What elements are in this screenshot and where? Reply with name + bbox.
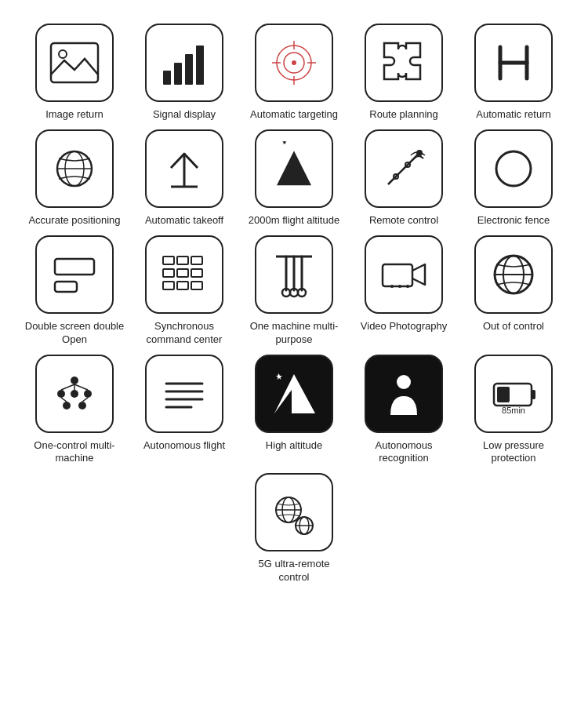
svg-rect-36 [191, 269, 202, 277]
item-electronic-fence: Electronic fence [463, 129, 564, 227]
icon-remote-control [365, 129, 443, 208]
label-remote-control: Remote control [369, 214, 438, 227]
svg-point-8 [292, 60, 296, 65]
label-autonomous-flight: Autonomous flight [143, 439, 225, 453]
svg-point-48 [390, 285, 394, 288]
features-grid: Image return Signal display [24, 24, 564, 465]
icon-autonomous-recognition [365, 355, 443, 433]
svg-rect-37 [163, 282, 174, 289]
item-route-planning: Route planning [353, 24, 455, 122]
label-signal-display: Signal display [153, 108, 216, 122]
item-automatic-takeoff: Automatic takeoff [133, 129, 235, 227]
item-video-photography: Video Photography [353, 235, 455, 347]
label-electronic-fence: Electronic fence [477, 214, 550, 227]
last-row: 5G ultra-remote control [243, 473, 345, 584]
icon-low-pressure: 85min [474, 355, 553, 433]
icon-one-control-multi [35, 355, 114, 433]
label-automatic-targeting: Automatic targeting [250, 108, 338, 122]
svg-rect-34 [163, 269, 174, 277]
item-double-screen: Double screen double Open [24, 235, 125, 347]
label-double-screen: Double screen double Open [24, 320, 125, 347]
label-image-return: Image return [45, 108, 103, 122]
svg-rect-2 [163, 71, 171, 85]
svg-rect-4 [185, 54, 193, 85]
label-automatic-takeoff: Automatic takeoff [145, 214, 223, 227]
item-accurate-positioning: Accurate positioning [24, 129, 125, 227]
svg-point-1 [59, 50, 67, 58]
svg-point-70 [397, 375, 411, 389]
item-image-return: Image return [24, 24, 125, 122]
svg-line-64 [82, 398, 88, 402]
svg-marker-22 [278, 153, 310, 184]
svg-rect-3 [174, 63, 182, 85]
icon-route-planning [365, 24, 443, 102]
item-5g-remote: 5G ultra-remote control [243, 473, 345, 584]
icon-5g-remote [255, 473, 333, 551]
icon-flight-altitude [255, 129, 333, 208]
label-high-altitude: High altitude [266, 439, 322, 453]
svg-line-60 [61, 384, 74, 390]
svg-rect-47 [383, 264, 412, 286]
svg-rect-33 [191, 257, 202, 264]
item-one-machine: One machine multi-purpose [243, 235, 345, 347]
item-signal-display: Signal display [133, 24, 235, 122]
svg-rect-0 [51, 43, 98, 82]
svg-point-59 [78, 402, 86, 409]
svg-rect-30 [55, 282, 77, 292]
item-synchronous-command: Synchronous command center [133, 235, 235, 347]
svg-rect-73 [497, 387, 510, 402]
item-one-control-multi: One-control multi-machine [24, 355, 125, 466]
icon-electronic-fence [474, 129, 553, 208]
item-high-altitude: High altitude [243, 355, 345, 466]
svg-rect-29 [55, 259, 94, 275]
svg-line-63 [61, 398, 67, 402]
label-one-machine: One machine multi-purpose [243, 320, 345, 347]
svg-marker-23 [282, 141, 287, 144]
svg-point-49 [398, 285, 401, 288]
icon-synchronous-command [145, 235, 223, 314]
icon-automatic-targeting [255, 24, 333, 102]
svg-line-62 [74, 384, 88, 390]
label-accurate-positioning: Accurate positioning [28, 214, 120, 227]
icon-autonomous-flight [145, 355, 223, 433]
item-automatic-targeting: Automatic targeting [243, 24, 345, 122]
item-autonomous-flight: Autonomous flight [133, 355, 235, 466]
svg-point-54 [71, 377, 78, 384]
label-flight-altitude: 2000m flight altitude [249, 214, 339, 227]
icon-high-altitude [255, 355, 333, 433]
icon-signal-display [145, 24, 223, 102]
label-5g-remote: 5G ultra-remote control [243, 558, 345, 584]
icon-automatic-takeoff [145, 129, 223, 208]
label-synchronous-command: Synchronous command center [133, 320, 235, 347]
svg-rect-35 [177, 269, 188, 277]
svg-rect-38 [177, 282, 188, 289]
svg-marker-69 [276, 373, 282, 380]
label-autonomous-recognition: Autonomous recognition [353, 439, 455, 466]
svg-text:85min: 85min [502, 406, 525, 415]
svg-rect-32 [177, 257, 188, 264]
svg-point-55 [57, 390, 65, 398]
item-out-of-control: Out of control [463, 235, 564, 347]
icon-automatic-return [474, 24, 553, 102]
icon-double-screen [35, 235, 114, 314]
label-automatic-return: Automatic return [476, 108, 550, 122]
icon-accurate-positioning [35, 129, 114, 208]
label-video-photography: Video Photography [361, 320, 447, 333]
svg-rect-72 [532, 390, 535, 399]
item-automatic-return: Automatic return [463, 24, 564, 122]
item-flight-altitude: 2000m flight altitude [243, 129, 345, 227]
svg-point-50 [406, 285, 409, 288]
label-one-control-multi: One-control multi-machine [24, 439, 125, 466]
label-route-planning: Route planning [369, 108, 437, 122]
icon-video-photography [365, 235, 443, 314]
item-low-pressure: 85min Low pressure protection [463, 355, 564, 466]
svg-point-56 [71, 390, 78, 398]
svg-point-28 [496, 151, 531, 186]
icon-one-machine [255, 235, 333, 314]
icon-out-of-control [474, 235, 553, 314]
svg-point-58 [63, 402, 71, 409]
svg-rect-31 [163, 257, 174, 264]
svg-rect-39 [191, 282, 202, 289]
svg-point-57 [84, 390, 92, 398]
svg-rect-5 [196, 45, 204, 85]
